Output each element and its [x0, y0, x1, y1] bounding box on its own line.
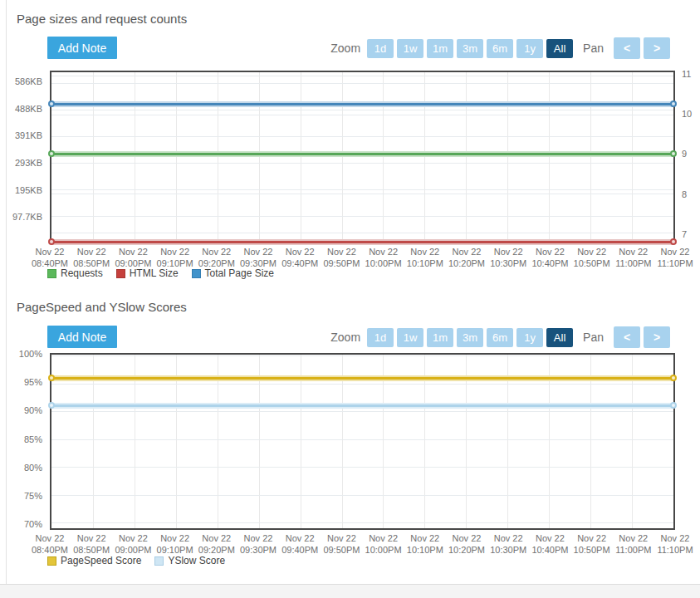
x-tick-label: Nov 2209:30PM: [240, 533, 277, 556]
zoom-button-1w[interactable]: 1w: [397, 328, 423, 347]
vertical-gridline: [135, 72, 135, 243]
x-tick-label: Nov 2209:50PM: [323, 533, 360, 556]
y-axis-left: 100%95%90%85%80%75%70%: [0, 353, 46, 530]
vertical-gridline: [259, 355, 260, 528]
x-tick-label: Nov 2208:50PM: [73, 533, 110, 556]
zoom-button-1d[interactable]: 1d: [367, 39, 394, 58]
x-tick-label: Nov 2209:10PM: [157, 247, 193, 270]
plot-area[interactable]: [50, 353, 675, 530]
x-tick-label: Nov 2210:00PM: [365, 247, 402, 270]
legend-swatch-icon: [47, 556, 56, 566]
zoom-label: Zoom: [330, 331, 360, 344]
y-tick-label: 95%: [24, 377, 42, 387]
horizontal-gridline: [51, 355, 673, 356]
pan-left-button[interactable]: <: [614, 326, 640, 348]
horizontal-gridline: [51, 110, 673, 110]
data-point-marker: [48, 150, 55, 157]
zoom-button-1m[interactable]: 1m: [427, 39, 453, 58]
pan-right-button[interactable]: >: [644, 37, 670, 59]
y-tick-label: 586KB: [15, 76, 42, 86]
y-tick-label: 90%: [24, 405, 42, 415]
zoom-button-6m[interactable]: 6m: [487, 328, 513, 347]
vertical-gridline: [590, 355, 591, 528]
y-tick-label: 195KB: [15, 185, 42, 195]
y-tick-label: 85%: [24, 434, 42, 444]
data-point-marker: [670, 375, 677, 381]
data-point-marker: [670, 150, 677, 157]
y-tick-label: 293KB: [15, 158, 42, 168]
plot-area[interactable]: [50, 71, 675, 244]
x-tick-label: Nov 2211:00PM: [615, 247, 651, 270]
zoom-button-1d[interactable]: 1d: [367, 328, 394, 347]
data-point-marker: [48, 402, 55, 409]
horizontal-gridline: [51, 136, 673, 137]
x-tick-label: Nov 2210:20PM: [448, 247, 485, 270]
legend-swatch-icon: [154, 556, 164, 566]
y-tick-label: 488KB: [15, 104, 42, 114]
chevron-left-icon: <: [624, 331, 630, 344]
chevron-right-icon: >: [653, 331, 660, 344]
data-point-marker: [670, 402, 677, 409]
zoom-button-1y[interactable]: 1y: [516, 39, 543, 58]
horizontal-gridline: [51, 411, 673, 412]
series-line-yslow-score: [51, 404, 673, 407]
pan-right-button[interactable]: >: [644, 326, 670, 348]
x-tick-label: Nov 2209:40PM: [281, 247, 318, 270]
y-tick-label: 391KB: [15, 130, 42, 140]
vertical-gridline: [218, 72, 218, 243]
vertical-gridline: [383, 355, 384, 528]
vertical-gridline: [218, 355, 218, 528]
zoom-button-all[interactable]: All: [546, 39, 573, 58]
x-axis: Nov 2208:40PMNov 2208:50PMNov 2209:00PMN…: [50, 533, 675, 556]
legend-item-html-size: HTML Size: [116, 267, 179, 279]
pan-left-button[interactable]: <: [614, 37, 640, 59]
y-tick-label: 7: [682, 229, 687, 239]
zoom-button-all[interactable]: All: [546, 328, 573, 347]
page: Page sizes and request counts Add Note Z…: [0, 0, 700, 598]
x-tick-label: Nov 2209:00PM: [115, 247, 151, 270]
x-tick-label: Nov 2209:40PM: [281, 533, 318, 556]
y-tick-label: 10: [682, 109, 692, 119]
data-point-marker: [48, 375, 55, 381]
x-axis: Nov 2208:40PMNov 2208:50PMNov 2209:00PMN…: [50, 247, 675, 270]
series-line-total-page-size: [51, 103, 673, 105]
legend-item-requests: Requests: [47, 267, 103, 279]
legend-item-yslow-score: YSlow Score: [154, 555, 225, 566]
data-point-marker: [48, 238, 55, 245]
vertical-gridline: [632, 355, 633, 528]
vertical-gridline: [466, 355, 467, 528]
vertical-gridline: [549, 355, 550, 528]
zoom-button-3m[interactable]: 3m: [457, 39, 483, 58]
add-note-button[interactable]: Add Note: [47, 326, 117, 348]
zoom-button-1w[interactable]: 1w: [397, 39, 423, 58]
x-tick-label: Nov 2211:00PM: [615, 533, 651, 556]
vertical-gridline: [342, 355, 343, 528]
x-tick-label: Nov 2209:20PM: [198, 533, 235, 556]
x-tick-label: Nov 2210:40PM: [531, 533, 568, 556]
zoom-button-6m[interactable]: 6m: [487, 39, 513, 58]
vertical-gridline: [507, 355, 508, 528]
horizontal-gridline: [51, 76, 673, 76]
horizontal-gridline: [51, 189, 673, 190]
vertical-gridline: [466, 72, 467, 243]
data-point-marker: [48, 100, 55, 107]
y-tick-label: 9: [682, 149, 687, 159]
vertical-gridline: [259, 72, 260, 243]
zoom-button-1m[interactable]: 1m: [427, 328, 453, 347]
pan-label: Pan: [583, 42, 604, 55]
x-tick-label: Nov 2209:30PM: [240, 247, 277, 270]
x-tick-label: Nov 2210:50PM: [574, 533, 610, 556]
x-tick-label: Nov 2210:40PM: [531, 247, 568, 270]
legend-label: Requests: [61, 267, 103, 279]
chart-title: PageSpeed and YSlow Scores: [17, 300, 187, 314]
zoom-button-3m[interactable]: 3m: [457, 328, 483, 347]
legend: RequestsHTML SizeTotal Page Size: [47, 267, 274, 279]
zoom-toolbar: Zoom 1d1w1m3m6m1yAll Pan < >: [330, 37, 670, 59]
y-tick-label: 97.7KB: [12, 212, 42, 222]
horizontal-gridline: [51, 384, 673, 385]
legend-label: PageSpeed Score: [61, 555, 141, 566]
y-tick-label: 11: [682, 69, 691, 79]
zoom-button-1y[interactable]: 1y: [516, 328, 543, 347]
add-note-button[interactable]: Add Note: [47, 37, 117, 59]
chart-title: Page sizes and request counts: [17, 12, 187, 26]
